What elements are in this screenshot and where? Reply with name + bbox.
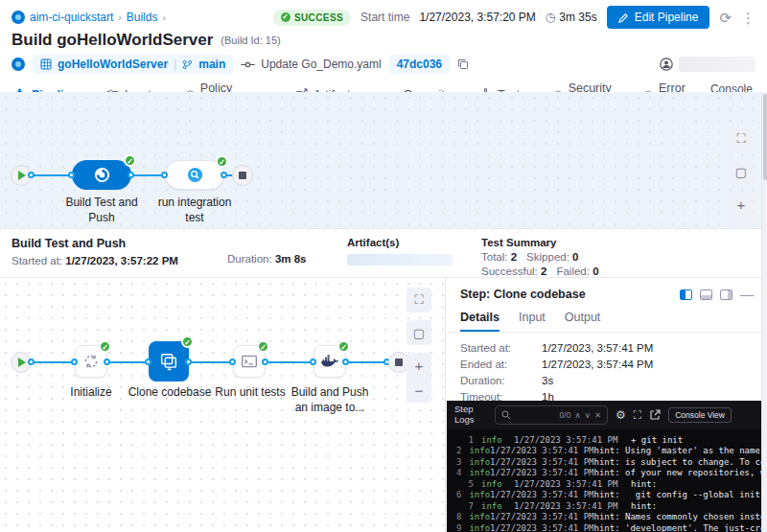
fullscreen-icon[interactable]: ⛶ <box>407 288 431 312</box>
clone-codebase-icon <box>158 351 179 372</box>
more-menu-icon[interactable]: ⋮ <box>741 11 755 25</box>
step-label: Run unit tests <box>209 385 291 401</box>
stage-node-run-integration-test[interactable]: ✓ <box>165 160 224 190</box>
fit-to-screen-icon[interactable]: ▢ <box>729 159 754 184</box>
git-branch-icon <box>182 59 193 70</box>
log-fullscreen-icon[interactable]: ⛶ <box>634 409 641 421</box>
zoom-in-button[interactable]: + <box>729 192 754 217</box>
log-settings-gear-icon[interactable]: ⚙ <box>616 409 626 421</box>
log-line: 1info1/27/2023 3:57:41 PM+ git init <box>456 435 767 447</box>
edit-pipeline-button[interactable]: Edit Pipeline <box>607 6 710 29</box>
stop-icon <box>395 359 403 366</box>
console-view-button[interactable]: Console View <box>668 407 732 423</box>
log-line: 6info1/27/2023 3:57:41 PMhint: git confi… <box>456 490 767 501</box>
ended-at-value: 1/27/2023, 3:57:44 PM <box>542 359 653 370</box>
trigger-avatar-icon <box>12 58 25 71</box>
terminal-icon <box>241 353 258 370</box>
app-window: aim-ci-quickstart › Builds › ✓ SUCCESS S… <box>0 0 767 532</box>
search-close-icon[interactable]: ✕ <box>594 410 601 420</box>
repo-name: goHelloWorldServer <box>58 58 168 71</box>
step-panel-title: Step: Clone codebase <box>460 288 586 301</box>
log-line: 8info1/27/2023 3:57:41 PMhint: Names com… <box>456 512 767 523</box>
search-next-icon[interactable]: ∨ <box>585 410 591 420</box>
breadcrumb-builds-link[interactable]: Builds <box>127 11 158 24</box>
stage-end-node <box>232 165 253 186</box>
log-search-input[interactable] <box>515 410 553 420</box>
status-badge: ✓ SUCCESS <box>273 10 351 26</box>
test-summary-label: Test Summary <box>481 237 609 248</box>
repo-branch-pill[interactable]: goHelloWorldServer | main <box>33 55 233 74</box>
stage-node-build-test-and-push[interactable]: ✓ <box>72 160 131 190</box>
commit-sha-badge[interactable]: 47dc036 <box>389 55 450 74</box>
log-line: 7info1/27/2023 3:57:41 PMhint: <box>456 501 767 513</box>
layout-bottom-view-icon[interactable] <box>700 289 712 300</box>
search-prev-icon[interactable]: ∧ <box>574 410 580 420</box>
stage-graph-canvas[interactable]: ✓ ✓ Build Test and Push run integration … <box>0 92 767 228</box>
success-check-icon: ✓ <box>99 340 111 353</box>
page-scrollbar[interactable] <box>761 92 767 532</box>
fit-to-screen-icon[interactable]: ▢ <box>407 320 431 345</box>
log-line: 3info1/27/2023 3:57:41 PMhint: is subjec… <box>456 457 767 469</box>
success-check-icon: ✓ <box>337 340 350 353</box>
copy-icon[interactable] <box>457 58 469 70</box>
commit-message: Update Go_Demo.yaml <box>241 58 381 71</box>
success-check-icon: ✓ <box>216 155 228 168</box>
connector-dot <box>28 172 35 178</box>
scrollbar-thumb[interactable] <box>763 94 767 180</box>
git-commit-icon <box>241 60 255 69</box>
open-in-new-icon[interactable] <box>649 409 661 421</box>
tab-input[interactable]: Input <box>519 311 546 332</box>
step-node-initialize[interactable]: ✓ <box>75 345 107 378</box>
started-at-value: 1/27/2023, 3:57:41 PM <box>542 342 653 354</box>
chevron-right-icon: › <box>162 12 165 23</box>
user-icon <box>660 58 673 71</box>
success-check-icon: ✓ <box>257 340 269 353</box>
refresh-icon[interactable]: ⟳ <box>719 11 732 25</box>
zoom-out-button[interactable]: − <box>407 378 431 403</box>
stage-duration-value: 3m 8s <box>275 253 307 265</box>
step-node-build-and-push[interactable]: ✓ <box>314 345 346 378</box>
artifact-link-redacted[interactable] <box>347 254 453 266</box>
harness-logo-icon <box>12 11 25 24</box>
page-header: aim-ci-quickstart › Builds › ✓ SUCCESS S… <box>0 0 767 81</box>
minimize-panel-icon[interactable]: — <box>740 288 754 301</box>
step-node-run-unit-tests[interactable]: ✓ <box>233 345 266 378</box>
stage-label: Build Test and Push <box>63 196 140 225</box>
step-node-clone-codebase[interactable]: ✓ <box>149 341 189 382</box>
tab-output[interactable]: Output <box>565 311 601 332</box>
log-line: 4info1/27/2023 3:57:41 PMhint: of your n… <box>456 468 767 479</box>
step-panel-tabs: Details Input Output <box>447 305 767 333</box>
ci-stage-icon <box>93 166 111 184</box>
layout-right-view-icon[interactable] <box>720 289 732 300</box>
repository-icon <box>40 58 52 70</box>
layout-split-view-icon[interactable] <box>680 289 692 300</box>
console-title: Step Logs <box>454 405 487 426</box>
check-circle-icon: ✓ <box>281 12 291 22</box>
branch-name: main <box>198 58 225 71</box>
initialize-icon <box>82 353 100 370</box>
stop-icon <box>239 172 246 179</box>
docker-icon <box>320 354 339 369</box>
log-line: 5info1/27/2023 3:57:41 PMhint: <box>456 479 767 491</box>
zoom-in-button[interactable]: + <box>407 353 431 378</box>
tab-details[interactable]: Details <box>460 311 500 332</box>
search-match-count: 0/0 <box>560 410 571 420</box>
success-check-icon: ✓ <box>181 335 194 348</box>
start-time-label: Start time <box>360 11 409 24</box>
log-search-box[interactable]: 0/0 ∧ ∨ ✕ <box>495 405 608 425</box>
step-label: Initialize <box>53 385 129 401</box>
clock-icon: ◷ <box>546 11 555 24</box>
breadcrumb: aim-ci-quickstart › Builds › <box>12 11 166 24</box>
start-time-value: 1/27/2023, 3:57:20 PM <box>419 11 535 24</box>
log-line: 2info1/27/2023 3:57:41 PMhint: Using 'ma… <box>456 446 767 457</box>
step-label: Clone codebase <box>127 385 213 401</box>
execution-graph-canvas[interactable]: ✓ ✓ ✓ ✓ Initialize Clone codebase Run un… <box>0 278 446 532</box>
breadcrumb-project-link[interactable]: aim-ci-quickstart <box>30 11 113 24</box>
log-output[interactable]: 1info1/27/2023 3:57:41 PM+ git init 2inf… <box>447 429 767 532</box>
log-line: 9info1/27/2023 3:57:41 PMhint: 'developm… <box>456 523 767 532</box>
fullscreen-icon[interactable]: ⛶ <box>729 127 754 151</box>
artifacts-label: Artifact(s) <box>347 237 470 248</box>
play-icon <box>18 171 26 180</box>
stage-details-bar: Build Test and Push Started at: 1/27/202… <box>0 228 767 278</box>
username-redacted <box>679 57 755 72</box>
